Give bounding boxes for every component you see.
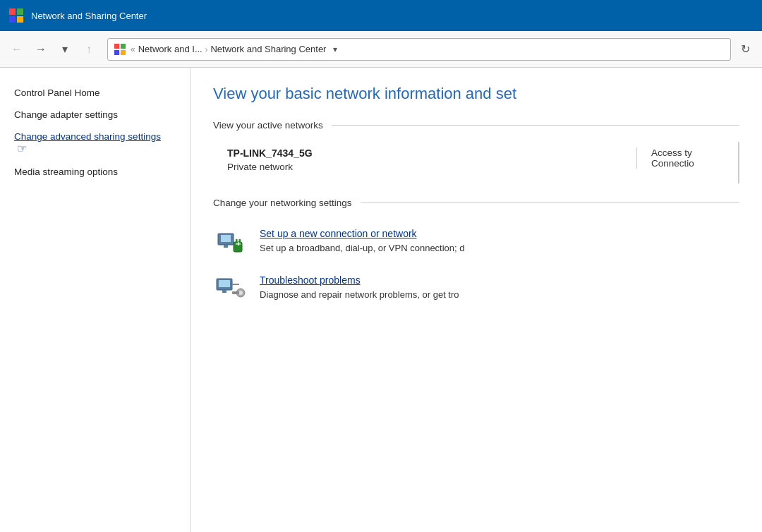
- title-bar-icon: [8, 8, 24, 23]
- sidebar-item-media-streaming[interactable]: Media streaming options: [0, 161, 190, 183]
- main-layout: Control Panel Home Change adapter settin…: [0, 68, 762, 532]
- address-part1: Network and I...: [138, 44, 202, 54]
- troubleshoot-icon: [215, 276, 246, 303]
- network-name: TP-LINK_7434_5G: [227, 147, 636, 159]
- new-connection-link[interactable]: Set up a new connection or network: [260, 228, 465, 239]
- refresh-button[interactable]: ↻: [735, 40, 755, 59]
- svg-rect-21: [232, 291, 239, 294]
- svg-rect-1: [17, 8, 23, 15]
- network-type: Private network: [227, 162, 636, 172]
- settings-item-troubleshoot: Troubleshoot problems Diagnose and repai…: [213, 266, 739, 313]
- svg-rect-2: [9, 16, 16, 23]
- new-connection-desc: Set up a broadband, dial-up, or VPN conn…: [260, 243, 465, 253]
- svg-rect-13: [239, 239, 241, 243]
- address-bar: ← → ▾ ↑ « Network and I... › Network and…: [0, 31, 762, 68]
- back-button[interactable]: ←: [7, 40, 27, 59]
- address-box[interactable]: « Network and I... › Network and Sharing…: [107, 38, 731, 61]
- sidebar-item-change-advanced-sharing[interactable]: Change advanced sharing settings ☞: [0, 126, 190, 161]
- change-networking-section: Change your networking settings: [213, 198, 739, 313]
- svg-rect-12: [236, 239, 238, 243]
- sidebar-item-change-adapter[interactable]: Change adapter settings: [0, 104, 190, 126]
- svg-rect-5: [121, 44, 126, 49]
- address-dropdown-chevron[interactable]: ▾: [333, 44, 337, 54]
- sidebar-item-control-panel-home[interactable]: Control Panel Home: [0, 82, 190, 104]
- troubleshoot-link[interactable]: Troubleshoot problems: [260, 274, 459, 286]
- troubleshoot-content: Troubleshoot problems Diagnose and repai…: [260, 274, 459, 301]
- active-networks-divider: [332, 125, 739, 126]
- svg-rect-0: [9, 8, 16, 15]
- forward-button[interactable]: →: [31, 40, 51, 59]
- new-connection-content: Set up a new connection or network Set u…: [260, 228, 465, 254]
- svg-rect-4: [114, 44, 119, 49]
- svg-rect-17: [219, 280, 230, 287]
- troubleshoot-icon-box: [213, 274, 248, 304]
- up-button[interactable]: ↑: [79, 40, 99, 59]
- title-bar: Network and Sharing Center: [0, 0, 762, 31]
- new-connection-icon: [215, 229, 246, 256]
- sidebar: Control Panel Home Change adapter settin…: [0, 68, 190, 532]
- network-card: TP-LINK_7434_5G Private network Access t…: [213, 142, 739, 183]
- new-connection-icon-box: [213, 228, 248, 258]
- address-text: « Network and I... › Network and Sharing…: [131, 44, 326, 54]
- address-arrow: ›: [205, 45, 208, 54]
- page-title: View your basic network information and …: [213, 85, 739, 103]
- active-networks-header: View your active networks: [213, 120, 739, 131]
- active-networks-label: View your active networks: [213, 120, 323, 131]
- address-breadcrumb-separator: «: [131, 44, 135, 54]
- svg-rect-6: [114, 50, 119, 55]
- title-bar-text: Network and Sharing Center: [31, 11, 147, 21]
- svg-rect-15: [238, 242, 239, 246]
- change-networking-divider: [361, 202, 739, 203]
- hand-cursor-indicator: ☞: [17, 142, 27, 155]
- connection-label: Connectio: [651, 158, 721, 169]
- access-type-label: Access ty: [651, 147, 721, 158]
- svg-rect-7: [121, 50, 126, 55]
- network-address-icon: [114, 43, 126, 56]
- change-networking-header: Change your networking settings: [213, 198, 739, 208]
- content-area: View your basic network information and …: [190, 68, 762, 532]
- svg-rect-22: [222, 290, 226, 293]
- svg-rect-3: [17, 16, 23, 23]
- dropdown-button[interactable]: ▾: [55, 40, 75, 59]
- troubleshoot-desc: Diagnose and repair network problems, or…: [260, 289, 459, 300]
- svg-rect-9: [221, 235, 231, 242]
- settings-item-new-connection: Set up a new connection or network Set u…: [213, 219, 739, 266]
- change-networking-label: Change your networking settings: [213, 198, 352, 208]
- address-part2: Network and Sharing Center: [210, 44, 326, 54]
- svg-rect-10: [224, 245, 228, 248]
